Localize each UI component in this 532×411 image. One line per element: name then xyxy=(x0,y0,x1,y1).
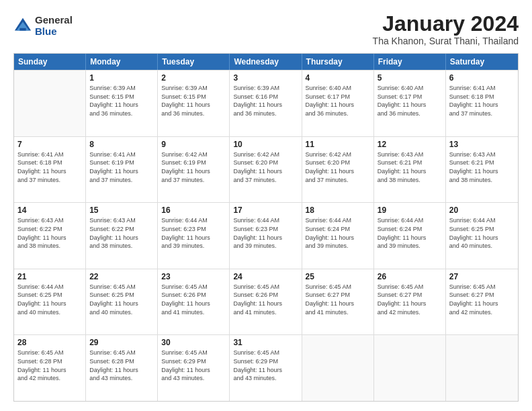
calendar-cell xyxy=(14,71,86,136)
day-number: 10 xyxy=(233,140,298,149)
title-block: January 2024 Tha Khanon, Surat Thani, Th… xyxy=(373,12,519,46)
calendar-header: SundayMondayTuesdayWednesdayThursdayFrid… xyxy=(14,54,518,70)
day-number: 6 xyxy=(449,73,515,83)
day-number: 24 xyxy=(233,272,298,281)
header-day-sunday: Sunday xyxy=(14,54,86,70)
calendar-cell xyxy=(446,335,518,401)
calendar-week-5: 28Sunrise: 6:45 AM Sunset: 6:28 PM Dayli… xyxy=(14,334,518,401)
day-number: 11 xyxy=(306,140,370,149)
day-info: Sunrise: 6:40 AM Sunset: 6:17 PM Dayligh… xyxy=(378,84,442,118)
day-number: 26 xyxy=(378,272,442,281)
day-info: Sunrise: 6:45 AM Sunset: 6:25 PM Dayligh… xyxy=(89,283,154,316)
logo: General Blue xyxy=(13,15,73,37)
day-info: Sunrise: 6:45 AM Sunset: 6:29 PM Dayligh… xyxy=(233,349,298,382)
calendar-cell: 25Sunrise: 6:45 AM Sunset: 6:27 PM Dayli… xyxy=(302,269,374,335)
header-day-tuesday: Tuesday xyxy=(158,54,230,70)
header-day-saturday: Saturday xyxy=(446,54,518,70)
calendar-cell: 18Sunrise: 6:44 AM Sunset: 6:24 PM Dayli… xyxy=(302,203,374,269)
day-info: Sunrise: 6:39 AM Sunset: 6:16 PM Dayligh… xyxy=(233,84,298,118)
day-number: 9 xyxy=(161,140,226,149)
calendar-cell: 24Sunrise: 6:45 AM Sunset: 6:26 PM Dayli… xyxy=(230,269,302,335)
calendar-cell: 20Sunrise: 6:44 AM Sunset: 6:25 PM Dayli… xyxy=(446,203,518,269)
calendar-cell: 10Sunrise: 6:42 AM Sunset: 6:20 PM Dayli… xyxy=(230,137,302,203)
day-info: Sunrise: 6:42 AM Sunset: 6:19 PM Dayligh… xyxy=(161,150,226,184)
day-number: 17 xyxy=(233,205,298,215)
day-info: Sunrise: 6:44 AM Sunset: 6:23 PM Dayligh… xyxy=(233,216,298,250)
calendar-title: January 2024 xyxy=(373,12,519,36)
day-number: 7 xyxy=(17,140,82,149)
day-info: Sunrise: 6:45 AM Sunset: 6:29 PM Dayligh… xyxy=(161,349,226,382)
day-number: 2 xyxy=(161,73,226,83)
day-info: Sunrise: 6:39 AM Sunset: 6:15 PM Dayligh… xyxy=(161,84,226,118)
day-number: 21 xyxy=(17,272,82,281)
calendar-week-4: 21Sunrise: 6:44 AM Sunset: 6:25 PM Dayli… xyxy=(14,269,518,335)
day-info: Sunrise: 6:44 AM Sunset: 6:25 PM Dayligh… xyxy=(17,283,82,316)
day-info: Sunrise: 6:41 AM Sunset: 6:18 PM Dayligh… xyxy=(17,150,82,184)
header-day-monday: Monday xyxy=(86,54,158,70)
calendar-cell: 12Sunrise: 6:43 AM Sunset: 6:21 PM Dayli… xyxy=(374,137,446,203)
calendar-week-1: 1Sunrise: 6:39 AM Sunset: 6:15 PM Daylig… xyxy=(14,70,518,136)
day-number: 27 xyxy=(449,272,515,281)
calendar-cell xyxy=(302,335,374,401)
day-number: 20 xyxy=(449,205,515,215)
day-info: Sunrise: 6:43 AM Sunset: 6:22 PM Dayligh… xyxy=(17,216,82,250)
calendar-cell: 21Sunrise: 6:44 AM Sunset: 6:25 PM Dayli… xyxy=(14,269,86,335)
day-number: 15 xyxy=(89,205,154,215)
header: General Blue January 2024 Tha Khanon, Su… xyxy=(13,12,519,46)
day-info: Sunrise: 6:42 AM Sunset: 6:20 PM Dayligh… xyxy=(306,150,370,184)
day-number: 8 xyxy=(89,140,154,149)
day-info: Sunrise: 6:45 AM Sunset: 6:27 PM Dayligh… xyxy=(449,283,515,316)
calendar-cell: 9Sunrise: 6:42 AM Sunset: 6:19 PM Daylig… xyxy=(158,137,230,203)
day-info: Sunrise: 6:43 AM Sunset: 6:21 PM Dayligh… xyxy=(449,150,515,184)
calendar-week-2: 7Sunrise: 6:41 AM Sunset: 6:18 PM Daylig… xyxy=(14,136,518,203)
day-number: 12 xyxy=(378,140,442,149)
day-number: 18 xyxy=(306,205,370,215)
calendar-cell: 26Sunrise: 6:45 AM Sunset: 6:27 PM Dayli… xyxy=(374,269,446,335)
logo-general: General xyxy=(35,15,73,26)
calendar-cell: 2Sunrise: 6:39 AM Sunset: 6:15 PM Daylig… xyxy=(158,71,230,136)
day-info: Sunrise: 6:39 AM Sunset: 6:15 PM Dayligh… xyxy=(89,84,154,118)
calendar-cell: 19Sunrise: 6:44 AM Sunset: 6:24 PM Dayli… xyxy=(374,203,446,269)
day-number: 22 xyxy=(89,272,154,281)
calendar-cell: 6Sunrise: 6:41 AM Sunset: 6:18 PM Daylig… xyxy=(446,71,518,136)
day-number: 30 xyxy=(161,338,226,347)
day-number: 5 xyxy=(378,73,442,83)
calendar-cell: 11Sunrise: 6:42 AM Sunset: 6:20 PM Dayli… xyxy=(302,137,374,203)
calendar-cell: 8Sunrise: 6:41 AM Sunset: 6:19 PM Daylig… xyxy=(86,137,158,203)
day-info: Sunrise: 6:43 AM Sunset: 6:22 PM Dayligh… xyxy=(89,216,154,250)
calendar-cell: 5Sunrise: 6:40 AM Sunset: 6:17 PM Daylig… xyxy=(374,71,446,136)
calendar-cell: 30Sunrise: 6:45 AM Sunset: 6:29 PM Dayli… xyxy=(158,335,230,401)
logo-blue: Blue xyxy=(35,26,73,38)
calendar-cell: 13Sunrise: 6:43 AM Sunset: 6:21 PM Dayli… xyxy=(446,137,518,203)
day-info: Sunrise: 6:45 AM Sunset: 6:27 PM Dayligh… xyxy=(378,283,442,316)
calendar-cell: 15Sunrise: 6:43 AM Sunset: 6:22 PM Dayli… xyxy=(86,203,158,269)
calendar-cell: 4Sunrise: 6:40 AM Sunset: 6:17 PM Daylig… xyxy=(302,71,374,136)
calendar-cell: 23Sunrise: 6:45 AM Sunset: 6:26 PM Dayli… xyxy=(158,269,230,335)
day-info: Sunrise: 6:44 AM Sunset: 6:25 PM Dayligh… xyxy=(449,216,515,250)
calendar-cell: 17Sunrise: 6:44 AM Sunset: 6:23 PM Dayli… xyxy=(230,203,302,269)
day-number: 19 xyxy=(378,205,442,215)
calendar-cell: 22Sunrise: 6:45 AM Sunset: 6:25 PM Dayli… xyxy=(86,269,158,335)
header-day-thursday: Thursday xyxy=(302,54,374,70)
calendar-cell: 7Sunrise: 6:41 AM Sunset: 6:18 PM Daylig… xyxy=(14,137,86,203)
day-info: Sunrise: 6:42 AM Sunset: 6:20 PM Dayligh… xyxy=(233,150,298,184)
day-number: 25 xyxy=(306,272,370,281)
day-info: Sunrise: 6:45 AM Sunset: 6:28 PM Dayligh… xyxy=(17,349,82,382)
day-info: Sunrise: 6:40 AM Sunset: 6:17 PM Dayligh… xyxy=(306,84,370,118)
day-info: Sunrise: 6:45 AM Sunset: 6:26 PM Dayligh… xyxy=(233,283,298,316)
calendar-cell: 3Sunrise: 6:39 AM Sunset: 6:16 PM Daylig… xyxy=(230,71,302,136)
calendar-cell: 27Sunrise: 6:45 AM Sunset: 6:27 PM Dayli… xyxy=(446,269,518,335)
page: General Blue January 2024 Tha Khanon, Su… xyxy=(0,0,532,411)
day-number: 1 xyxy=(89,73,154,83)
day-number: 31 xyxy=(233,338,298,347)
calendar-cell: 14Sunrise: 6:43 AM Sunset: 6:22 PM Dayli… xyxy=(14,203,86,269)
day-number: 3 xyxy=(233,73,298,83)
calendar-cell: 28Sunrise: 6:45 AM Sunset: 6:28 PM Dayli… xyxy=(14,335,86,401)
day-info: Sunrise: 6:45 AM Sunset: 6:28 PM Dayligh… xyxy=(89,349,154,382)
day-info: Sunrise: 6:44 AM Sunset: 6:23 PM Dayligh… xyxy=(161,216,226,250)
header-day-friday: Friday xyxy=(374,54,446,70)
calendar: SundayMondayTuesdayWednesdayThursdayFrid… xyxy=(13,53,519,402)
day-info: Sunrise: 6:41 AM Sunset: 6:19 PM Dayligh… xyxy=(89,150,154,184)
calendar-cell: 29Sunrise: 6:45 AM Sunset: 6:28 PM Dayli… xyxy=(86,335,158,401)
day-info: Sunrise: 6:45 AM Sunset: 6:26 PM Dayligh… xyxy=(161,283,226,316)
